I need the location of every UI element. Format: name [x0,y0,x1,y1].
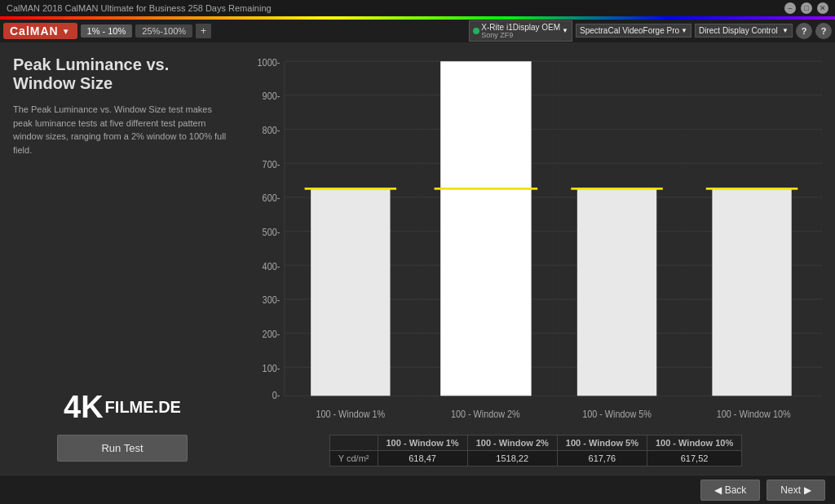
svg-text:100 - Window 1%: 100 - Window 1% [316,408,385,420]
svg-text:100 - Window 5%: 100 - Window 5% [582,408,652,420]
maximize-button[interactable]: □ [801,2,812,14]
toolbar-right: X-Rite i1Display OEM Sony ZF9 ▼ SpectraC… [469,20,832,42]
svg-text:700-: 700- [263,157,281,170]
bar-3 [577,188,656,396]
bottom-bar: ◀ Back Next ▶ [0,475,835,504]
device-dropdown-pattern[interactable]: SpectraCal VideoForge Pro ▼ [576,24,691,38]
bar-chart-svg: 1000- 900- 800- 700- 600- 500- 400- 300-… [245,51,827,428]
svg-text:300-: 300- [263,294,281,306]
chevron-down-icon-2: ▼ [681,27,687,34]
device-dropdown-colorimeter[interactable]: X-Rite i1Display OEM Sony ZF9 ▼ [469,20,572,42]
table-header-w1: 100 - Window 1% [378,435,467,451]
logo-dropdown-arrow[interactable]: ▼ [62,27,71,36]
window-controls: – □ ✕ [784,2,828,14]
table-row: Y cd/m² 618,47 1518,22 617,76 617,52 [329,451,741,466]
svg-text:900-: 900- [263,90,281,102]
row-label: Y cd/m² [329,451,378,466]
svg-text:0-: 0- [272,389,281,401]
close-button[interactable]: ✕ [817,2,828,14]
brand-logo: 4K FILME.DE [64,390,181,425]
logo-filme: FILME.DE [105,398,181,417]
chevron-down-icon-3: ▼ [782,27,789,34]
toolbar: CalMAN ▼ 1% - 10% 25%-100% + X-Rite i1Di… [0,20,835,42]
svg-text:500-: 500- [263,226,281,238]
table-header-w5: 100 - Window 5% [557,435,647,451]
bar-1 [311,188,390,396]
help-button-1[interactable]: ? [796,23,812,39]
calman-logo: CalMAN ▼ [3,23,77,39]
bar-chart-container: 1000- 900- 800- 700- 600- 500- 400- 300-… [245,51,827,428]
table-header-row: 100 - Window 1% 100 - Window 2% 100 - Wi… [329,435,741,451]
chart-area: 1000- 900- 800- 700- 600- 500- 400- 300-… [245,42,835,475]
logo-area: 4K FILME.DE Run Test [13,390,232,462]
svg-text:200-: 200- [263,328,281,340]
device-dropdown-display[interactable]: Direct Display Control ▼ [695,24,793,38]
row-val-2: 1518,22 [467,451,557,466]
svg-text:400-: 400- [263,259,281,272]
bar-2 [440,61,531,396]
device-sublabel: Sony ZF9 [481,32,560,40]
chevron-down-icon: ▼ [562,27,568,34]
row-val-3: 617,76 [557,451,647,466]
table-header-empty [329,435,378,451]
page-description: The Peak Luminance vs. Window Size test … [13,103,232,157]
logo-4k: 4K [64,390,104,425]
svg-text:100 - Window 2%: 100 - Window 2% [451,408,520,420]
row-val-4: 617,52 [647,451,741,466]
add-tab-button[interactable]: + [196,24,211,38]
table-header-w10: 100 - Window 10% [647,435,741,451]
display-device-name: Direct Display Control [699,26,778,35]
pattern-device-name: SpectraCal VideoForge Pro [580,26,679,35]
app-title: CalMAN 2018 CalMAN Ultimate for Business… [7,3,272,13]
tab-25-100[interactable]: 25%-100% [135,24,192,38]
table-header-w2: 100 - Window 2% [467,435,557,451]
help-button-2[interactable]: ? [815,23,832,39]
title-bar: CalMAN 2018 CalMAN Ultimate for Business… [0,0,835,16]
results-table: 100 - Window 1% 100 - Window 2% 100 - Wi… [329,435,742,466]
left-panel: Peak Luminance vs. Window Size The Peak … [0,42,245,475]
next-button[interactable]: Next ▶ [767,480,825,501]
main-content: Peak Luminance vs. Window Size The Peak … [0,42,835,475]
bar-4 [712,188,791,396]
svg-text:800-: 800- [263,124,281,136]
run-test-button[interactable]: Run Test [57,435,188,462]
back-label: Back [725,484,747,496]
svg-text:100 - Window 10%: 100 - Window 10% [717,408,791,420]
svg-text:1000-: 1000- [258,55,281,68]
logo-text: CalMAN [10,24,59,38]
page-title: Peak Luminance vs. Window Size [13,55,232,93]
device-name: X-Rite i1Display OEM [481,23,560,32]
next-label: Next [780,484,801,496]
data-table-area: 100 - Window 1% 100 - Window 2% 100 - Wi… [245,435,827,466]
minimize-button[interactable]: – [784,2,796,14]
svg-text:100-: 100- [263,362,281,374]
back-button[interactable]: ◀ Back [700,480,761,501]
device-status-indicator [473,28,479,34]
row-val-1: 618,47 [378,451,467,466]
svg-text:600-: 600- [263,192,281,204]
next-arrow-icon: ▶ [804,484,811,496]
tab-1-10[interactable]: 1% - 10% [81,24,133,38]
back-arrow-icon: ◀ [714,484,722,496]
